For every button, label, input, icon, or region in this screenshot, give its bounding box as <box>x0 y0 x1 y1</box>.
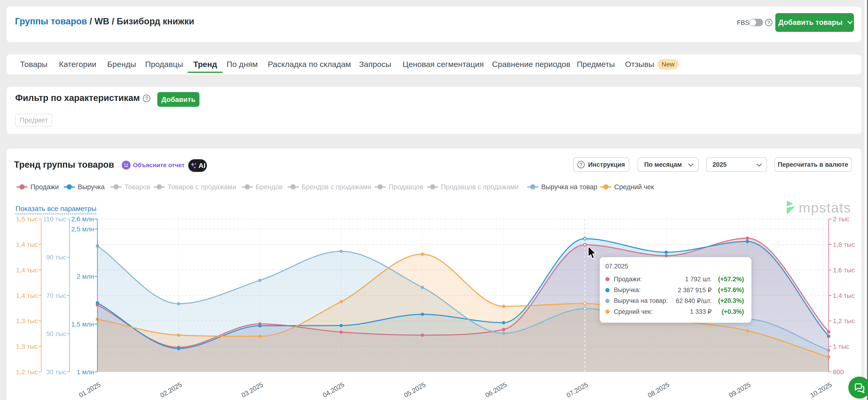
svg-text:04.2025: 04.2025 <box>321 381 345 399</box>
svg-text:1,3 тыс: 1,3 тыс <box>16 317 38 325</box>
svg-text:1,4 тыс: 1,4 тыс <box>833 292 855 299</box>
svg-text:1,4 тыс: 1,4 тыс <box>16 241 38 248</box>
svg-text:1,2 тыс: 1,2 тыс <box>16 368 38 376</box>
svg-text:1,5 тыс: 1,5 тыс <box>16 215 38 223</box>
svg-text:09.2025: 09.2025 <box>728 381 752 399</box>
svg-text:2 млн: 2 млн <box>77 273 94 280</box>
svg-text:90 тыс: 90 тыс <box>46 254 66 261</box>
svg-text:1,3 тыс: 1,3 тыс <box>16 343 38 350</box>
svg-text:03.2025: 03.2025 <box>240 381 264 399</box>
svg-text:110 тыс: 110 тыс <box>43 215 66 223</box>
svg-text:2,5 млн: 2,5 млн <box>71 225 94 233</box>
svg-text:07.2025: 07.2025 <box>565 381 589 399</box>
svg-text:2,6 млн: 2,6 млн <box>71 215 94 223</box>
svg-text:01.2025: 01.2025 <box>78 381 102 399</box>
svg-text:10.2025: 10.2025 <box>809 381 833 399</box>
svg-text:1,8 тыс: 1,8 тыс <box>833 241 855 248</box>
svg-text:1,4 тыс: 1,4 тыс <box>16 267 38 274</box>
svg-text:1,4 тыс: 1,4 тыс <box>16 292 38 299</box>
svg-text:1,5 млн: 1,5 млн <box>71 320 94 328</box>
svg-text:800: 800 <box>833 368 844 376</box>
svg-text:1 млн: 1 млн <box>77 368 94 376</box>
svg-text:50 тыс: 50 тыс <box>46 330 66 337</box>
svg-text:02.2025: 02.2025 <box>159 381 183 399</box>
svg-text:2 тыс: 2 тыс <box>833 215 849 223</box>
svg-text:05.2025: 05.2025 <box>403 381 427 399</box>
svg-text:1,6 тыс: 1,6 тыс <box>833 267 855 274</box>
svg-text:06.2025: 06.2025 <box>484 381 508 399</box>
svg-text:30 тыс: 30 тыс <box>46 368 66 376</box>
svg-text:70 тыс: 70 тыс <box>46 292 66 299</box>
svg-text:1,2 тыс: 1,2 тыс <box>833 317 855 325</box>
svg-text:08.2025: 08.2025 <box>647 381 671 399</box>
svg-text:1 тыс: 1 тыс <box>833 343 849 350</box>
